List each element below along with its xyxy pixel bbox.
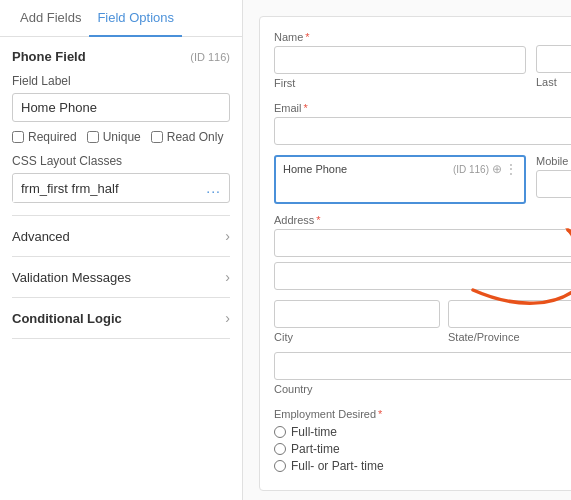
address-line1-input[interactable] — [274, 229, 571, 257]
accordion-advanced-chevron: › — [225, 228, 230, 244]
accordion-validation[interactable]: Validation Messages › — [12, 256, 230, 297]
phone-box-controls: (ID 116) ⊕ ⋮ — [449, 162, 517, 176]
accordion-conditional-chevron: › — [225, 310, 230, 326]
panel-content: Phone Field (ID 116) Field Label Require… — [0, 37, 242, 500]
accordion-advanced[interactable]: Advanced › — [12, 215, 230, 256]
tab-add-fields[interactable]: Add Fields — [12, 0, 89, 37]
left-panel: Add Fields Field Options Phone Field (ID… — [0, 0, 243, 500]
required-checkbox-label[interactable]: Required — [12, 130, 77, 144]
email-group: Email* — [274, 102, 571, 145]
city-label: City — [274, 331, 440, 343]
accordion-conditional-label: Conditional Logic — [12, 311, 122, 326]
name-last-label: Last — [536, 76, 571, 88]
address-group: Address* — [274, 214, 571, 290]
phone-box-header: Home Phone (ID 116) ⊕ ⋮ — [283, 162, 517, 176]
mobile-phone-label: Mobile Phone — [536, 155, 571, 167]
css-dots-button[interactable]: ... — [198, 174, 229, 202]
country-group: Country — [274, 352, 571, 398]
form-section: Name* First Last Email* — [259, 16, 571, 491]
phone-field-header: Phone Field (ID 116) — [12, 49, 230, 64]
country-row: Country — [274, 352, 571, 398]
home-phone-box[interactable]: Home Phone (ID 116) ⊕ ⋮ — [274, 155, 526, 204]
address-required-star: * — [316, 214, 320, 226]
mobile-phone-input[interactable] — [536, 170, 571, 198]
unique-checkbox[interactable] — [87, 131, 99, 143]
unique-checkbox-label[interactable]: Unique — [87, 130, 141, 144]
mobile-phone-group: Mobile Phone — [536, 155, 571, 204]
address-row: Address* — [274, 214, 571, 290]
phone-field-title: Phone Field — [12, 49, 86, 64]
home-phone-group: Home Phone (ID 116) ⊕ ⋮ — [274, 155, 526, 204]
name-first-input[interactable] — [274, 46, 526, 74]
state-group: State/Province — [448, 300, 571, 346]
email-label: Email* — [274, 102, 571, 114]
state-input[interactable] — [448, 300, 571, 328]
phone-box-id: (ID 116) — [453, 164, 489, 175]
required-checkbox[interactable] — [12, 131, 24, 143]
country-select[interactable] — [274, 352, 571, 380]
employment-fulltime: Full-time — [274, 425, 571, 439]
employment-parttime-radio[interactable] — [274, 443, 286, 455]
email-row: Email* — [274, 102, 571, 145]
readonly-checkbox-label[interactable]: Read Only — [151, 130, 224, 144]
field-label-input[interactable] — [12, 93, 230, 122]
city-state-zip-row: City State/Province Zip/Postal — [274, 300, 571, 346]
tabs-bar: Add Fields Field Options — [0, 0, 242, 37]
right-panel: Name* First Last Email* — [243, 0, 571, 500]
employment-either-radio[interactable] — [274, 460, 286, 472]
employment-section: Employment Desired* Full-time Part-time … — [274, 408, 571, 473]
employment-label: Employment Desired* — [274, 408, 571, 420]
tab-field-options[interactable]: Field Options — [89, 0, 182, 37]
city-input[interactable] — [274, 300, 440, 328]
employment-parttime: Part-time — [274, 442, 571, 456]
email-input[interactable] — [274, 117, 571, 145]
name-last-group: Last — [536, 31, 571, 92]
email-required-star: * — [304, 102, 308, 114]
accordion-validation-chevron: › — [225, 269, 230, 285]
phone-move-icon[interactable]: ⊕ — [492, 162, 502, 176]
employment-fulltime-radio[interactable] — [274, 426, 286, 438]
address-line2-input[interactable] — [274, 262, 571, 290]
name-last-input[interactable] — [536, 45, 571, 73]
name-label: Name* — [274, 31, 526, 43]
phone-field-id: (ID 116) — [190, 51, 230, 63]
css-input-wrapper: ... — [12, 173, 230, 203]
name-row: Name* First Last — [274, 31, 571, 92]
phone-row: Home Phone (ID 116) ⊕ ⋮ Mobile Phone — [274, 155, 571, 204]
home-phone-inner-input[interactable] — [283, 179, 517, 197]
name-required-star: * — [305, 31, 309, 43]
home-phone-box-label: Home Phone — [283, 163, 347, 175]
accordion-advanced-label: Advanced — [12, 229, 70, 244]
field-label-label: Field Label — [12, 74, 230, 88]
city-group: City — [274, 300, 440, 346]
right-panel-wrapper: Name* First Last Email* — [243, 0, 571, 500]
name-first-label: First — [274, 77, 526, 89]
accordion-validation-label: Validation Messages — [12, 270, 131, 285]
phone-more-icon[interactable]: ⋮ — [505, 162, 517, 176]
css-layout-label: CSS Layout Classes — [12, 154, 230, 168]
readonly-checkbox[interactable] — [151, 131, 163, 143]
employment-either: Full- or Part- time — [274, 459, 571, 473]
name-first-group: Name* First — [274, 31, 526, 92]
address-label: Address* — [274, 214, 571, 226]
country-label: Country — [274, 383, 571, 395]
accordion-conditional-logic[interactable]: Conditional Logic › — [12, 297, 230, 339]
state-label: State/Province — [448, 331, 571, 343]
css-layout-input[interactable] — [13, 175, 198, 202]
employment-required-star: * — [378, 408, 382, 420]
checkboxes-group: Required Unique Read Only — [12, 130, 230, 144]
